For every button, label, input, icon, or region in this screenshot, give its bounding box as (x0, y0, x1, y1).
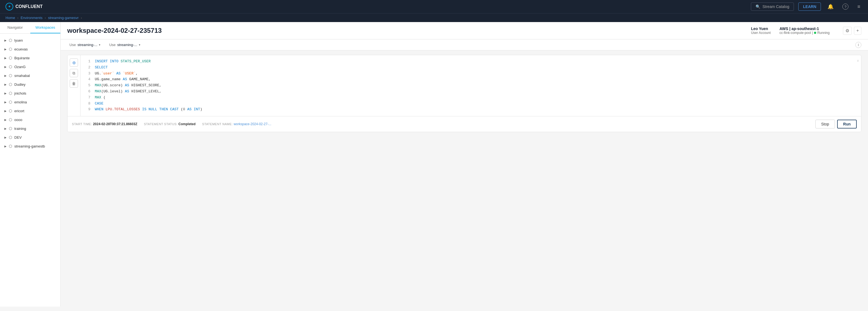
database-icon: ⬡ (9, 126, 12, 131)
expand-arrow-icon: ▶ (4, 136, 7, 139)
sidebar-item-name: jnichols (14, 91, 56, 95)
region-details: AWS | ap-southeast-1 cc-flink-compute-po… (779, 26, 830, 35)
bell-icon: 🔔 (828, 4, 834, 10)
workspace-header: workspace-2024-02-27-235713 Leo Yuen Use… (61, 22, 868, 39)
stop-button[interactable]: Stop (815, 120, 835, 129)
delete-cell-button[interactable]: 🗑 (70, 79, 78, 88)
main-layout: Navigator Workspaces ▶ ⬡ lyuen ▶ ⬡ ecuev… (0, 22, 868, 307)
db-selector-1[interactable]: Use streaming-... ▾ (67, 41, 102, 48)
run-button[interactable]: Run (837, 120, 857, 129)
expand-arrow-icon: ▶ (4, 145, 7, 148)
menu-button[interactable]: ≡ (855, 3, 863, 11)
sidebar-item[interactable]: ▶ ⬡ jnichols (0, 89, 60, 97)
sidebar-item[interactable]: ▶ ⬡ training (0, 124, 60, 133)
sidebar-item[interactable]: ▶ ⬡ streaming-gamestb (0, 142, 60, 150)
line-number: 1 (85, 59, 90, 64)
line-content: UG.`user` AS `USER`, (95, 71, 857, 77)
code-line: 4 UG.game_name AS GAME_NAME, (85, 77, 857, 82)
expand-arrow-icon: ▶ (4, 48, 7, 51)
line-number: 8 (85, 101, 90, 107)
db-selector-2[interactable]: Use streaming-... ▾ (107, 41, 142, 48)
statement-name-link[interactable]: workspace-2024-02-27-... (234, 122, 272, 126)
sidebar-item-name: DEV (14, 135, 56, 140)
line-number: 6 (85, 89, 90, 94)
sidebar-item[interactable]: ▶ ⬡ smahabal (0, 71, 60, 80)
plus-icon: + (857, 28, 859, 33)
copy-cell-button[interactable]: ⧉ (70, 69, 78, 77)
sidebar-item[interactable]: ▶ ⬡ DEV (0, 133, 60, 142)
code-editor[interactable]: 1INSERT INTO STATS_PER_USER2SELECT3 UG.`… (81, 55, 861, 116)
status-text: Running (817, 31, 830, 35)
start-time-meta: START TIME: 2024-02-28T00:37:21.86603Z (72, 122, 137, 126)
database-icon: ⬡ (9, 100, 12, 104)
expand-arrow-icon: ▶ (4, 74, 7, 77)
help-icon: ? (842, 4, 848, 10)
info-icon: i (858, 43, 859, 47)
line-content: MAX(UG.level) AS HIGHEST_LEVEL, (95, 89, 857, 94)
trash-icon: 🗑 (72, 81, 76, 86)
stream-catalog-button[interactable]: 🔍 Stream Catalog (751, 2, 794, 11)
chevron-down-icon-2: ▾ (139, 43, 140, 46)
search-icon: 🔍 (755, 4, 760, 9)
start-time-label: START TIME: (72, 122, 92, 126)
sidebar-item-name: training (14, 126, 56, 131)
database-icon: ⬡ (9, 73, 12, 78)
sidebar-item[interactable]: ▶ ⬡ ecuevas (0, 45, 60, 54)
sidebar-item-name: Dudley (14, 82, 56, 87)
tab-workspaces[interactable]: Workspaces (30, 22, 61, 33)
plus-circle-icon: ⊕ (72, 60, 76, 65)
learn-button[interactable]: LEARN (798, 2, 821, 11)
hamburger-icon: ≡ (857, 4, 860, 10)
sidebar-item[interactable]: ▶ ⬡ oooo (0, 115, 60, 124)
scroll-indicator: ∨ (857, 58, 859, 64)
statement-name-label: STATEMENT NAME: (202, 122, 233, 126)
expand-arrow-icon: ▶ (4, 65, 7, 68)
line-number: 2 (85, 65, 90, 70)
line-number: 3 (85, 71, 90, 77)
database-icon: ⬡ (9, 135, 12, 140)
sidebar-item[interactable]: ▶ ⬡ ericort (0, 107, 60, 115)
settings-button[interactable]: ⚙ (843, 27, 852, 35)
breadcrumb-current[interactable]: streaming-gamesvr (48, 16, 79, 20)
code-line: 9 WHEN LPU.TOTAL_LOSSES IS NULL THEN CAS… (85, 107, 857, 112)
line-content: MAX(UG.score) AS HIGHEST_SCORE, (95, 83, 857, 88)
add-workspace-button[interactable]: + (854, 27, 861, 35)
breadcrumb-home[interactable]: Home (5, 16, 15, 20)
notifications-button[interactable]: 🔔 (825, 2, 836, 11)
tab-navigator[interactable]: Navigator (0, 22, 30, 33)
stream-catalog-label: Stream Catalog (763, 4, 789, 9)
sidebar-item-name: ericort (14, 109, 56, 113)
top-navigation: ✦ CONFLUENT 🔍 Stream Catalog LEARN 🔔 ? ≡ (0, 0, 868, 13)
expand-arrow-icon: ▶ (4, 118, 7, 121)
chevron-down-icon-1: ▾ (99, 43, 100, 46)
editor-actions: Stop Run (815, 120, 857, 129)
sidebar-item[interactable]: ▶ ⬡ lyuen (0, 36, 60, 45)
sidebar-item[interactable]: ▶ ⬡ Bquirante (0, 54, 60, 62)
line-number: 4 (85, 77, 90, 82)
help-button[interactable]: ? (840, 2, 850, 11)
line-content: INSERT INTO STATS_PER_USER (95, 59, 857, 64)
code-line: 8 CASE (85, 101, 857, 107)
add-cell-button[interactable]: ⊕ (70, 58, 78, 67)
user-details: Leo Yuen User Account (751, 26, 771, 35)
user-role: User Account (751, 31, 771, 35)
statement-name-meta: STATEMENT NAME: workspace-2024-02-27-... (202, 122, 272, 126)
sidebar-item[interactable]: ▶ ⬡ emolina (0, 97, 60, 107)
settings-icon: ⚙ (845, 28, 849, 33)
db-selector-1-label: Use (69, 43, 76, 47)
breadcrumb-environments[interactable]: Environments (21, 16, 42, 20)
line-number: 7 (85, 95, 90, 101)
line-content: WHEN LPU.TOTAL_LOSSES IS NULL THEN CAST … (95, 107, 857, 112)
status-meta: STATEMENT STATUS: Completed (144, 122, 195, 126)
sidebar-item[interactable]: ▶ ⬡ Dudley (0, 80, 60, 89)
expand-arrow-icon: ▶ (4, 39, 7, 42)
sidebar: Navigator Workspaces ▶ ⬡ lyuen ▶ ⬡ ecuev… (0, 22, 61, 307)
sidebar-item-name: streaming-gamestb (14, 144, 56, 148)
content-area: workspace-2024-02-27-235713 Leo Yuen Use… (61, 22, 868, 307)
info-button[interactable]: i (855, 42, 861, 48)
workspace-title: workspace-2024-02-27-235713 (67, 27, 751, 34)
sidebar-item-name: ecuevas (14, 47, 56, 51)
editor-card: ⊕ ⧉ 🗑 1INSERT INTO STATS_PER_USER2SELECT… (67, 55, 861, 132)
database-icon: ⬡ (9, 64, 12, 69)
sidebar-item[interactable]: ▶ ⬡ OzanG (0, 62, 60, 71)
